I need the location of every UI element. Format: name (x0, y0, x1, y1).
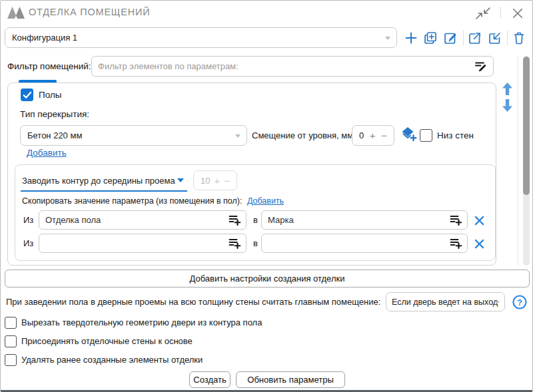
plus-icon (404, 31, 418, 45)
floor-type-label: Тип перекрытия: (20, 109, 89, 119)
add-floor-type-button[interactable] (400, 126, 418, 143)
configuration-select-value: Конфигурация 1 (12, 33, 77, 43)
list-plus-icon (228, 237, 243, 250)
svg-text:?: ? (517, 297, 522, 307)
list-plus-icon (449, 237, 464, 250)
export-configurations-button[interactable] (467, 31, 483, 45)
titlebar-divider (500, 7, 501, 19)
export-icon (468, 31, 482, 45)
help-icon: ? (512, 294, 528, 310)
contour-amount-value: 10 (201, 176, 210, 186)
door-rule-select-value: Если дверь ведет на выход (392, 297, 498, 307)
chevron-down-icon (235, 134, 241, 138)
select-underline (21, 190, 187, 192)
configuration-select[interactable]: Конфигурация 1 (5, 27, 397, 48)
close-button[interactable] (510, 7, 526, 19)
list-plus-icon (449, 214, 464, 227)
door-rule-select[interactable]: Если дверь ведет на выход (386, 292, 505, 311)
spinner-increment-button: + (214, 176, 220, 186)
move-up-button[interactable] (501, 81, 514, 96)
remove-x-icon (474, 215, 485, 226)
import-icon (488, 31, 502, 45)
create-button[interactable]: Создать (189, 371, 231, 388)
add-configuration-button[interactable] (403, 31, 419, 45)
add-finishing-settings-button[interactable]: Добавить настройки создания отделки (5, 270, 530, 288)
walls-bottom-checkbox[interactable] (420, 129, 432, 142)
add-floor-type-link[interactable]: Добавить (27, 148, 67, 158)
layers-plus-icon (400, 126, 418, 142)
join-finishing-walls-checkbox[interactable] (5, 335, 17, 347)
spinner-decrement-button: − (224, 176, 230, 186)
duplicate-icon (423, 31, 438, 45)
floor-type-select-value: Бетон 220 мм (27, 130, 82, 140)
list-plus-icon (228, 214, 243, 227)
offset-spinner: 0 + − (352, 125, 394, 146)
remove-mapping-button[interactable] (473, 238, 485, 250)
floor-type-select[interactable]: Бетон 220 мм (20, 125, 247, 146)
contour-panel: Заводить контур до середины проема 10 + … (15, 164, 496, 261)
check-icon (22, 90, 33, 100)
edit-filter-button[interactable] (472, 59, 490, 74)
update-parameters-button[interactable]: Обновить параметры (236, 371, 345, 388)
offset-value: 0 (359, 130, 364, 140)
delete-previous-elements-checkbox[interactable] (5, 354, 17, 366)
remove-x-icon (474, 238, 485, 250)
chevron-down-icon (494, 301, 500, 304)
chevron-down-icon (177, 178, 184, 182)
join-finishing-walls-label: Присоединять отделочные стены к основе (21, 335, 193, 347)
floors-panel: Полы Тип перекрытия: Бетон 220 мм Смещен… (7, 83, 496, 266)
rename-configuration-button[interactable] (442, 31, 458, 45)
door-rule-label: При заведении пола в дверные проемы на в… (6, 292, 380, 311)
spinner-increment-button[interactable]: + (370, 130, 376, 140)
cut-door-geometry-label: Вырезать твердотельную геометрию двери и… (21, 317, 262, 329)
offset-label: Смещение от уровня, мм: (252, 125, 356, 146)
parameter-filter-input[interactable] (91, 56, 494, 77)
to-parameter-input[interactable] (261, 210, 468, 230)
scrollbar-thumb[interactable] (523, 57, 530, 195)
duplicate-configuration-button[interactable] (422, 31, 438, 45)
toolbar-divider (507, 31, 508, 45)
edit-icon (443, 31, 458, 45)
contour-mode-select-value: Заводить контур до середины проема (22, 176, 175, 186)
move-down-button[interactable] (501, 98, 514, 112)
toolbar-divider (463, 31, 464, 45)
floors-checkbox[interactable] (21, 89, 33, 101)
to-parameter-input[interactable] (261, 234, 468, 253)
delete-configuration-button[interactable] (511, 31, 527, 45)
page-title: ОТДЕЛКА ПОМЕЩЕНИЙ (29, 1, 150, 23)
window: ОТДЕЛКА ПОМЕЩЕНИЙ Конфигурация 1 (0, 0, 533, 392)
viewport-divider (518, 56, 518, 266)
remove-mapping-button[interactable] (473, 214, 485, 226)
trash-icon (512, 31, 526, 45)
floors-checkbox-label: Полы (39, 89, 62, 101)
app-logo-icon (7, 5, 25, 23)
copy-parameter-add-link[interactable]: Добавить (247, 196, 284, 206)
from-parameter-input[interactable] (39, 234, 247, 253)
to-label: в (253, 210, 258, 230)
from-parameter-input[interactable] (39, 210, 247, 230)
arrow-up-icon (502, 82, 513, 96)
room-filter-label: Фильтр помещений: (7, 56, 91, 77)
collapse-arrows-icon (475, 7, 491, 20)
from-parameter-select-button[interactable] (227, 213, 243, 227)
list-edit-icon (474, 59, 488, 74)
close-icon (512, 7, 524, 19)
to-parameter-select-button[interactable] (448, 236, 464, 250)
walls-bottom-checkbox-label: Низ стен (437, 129, 474, 142)
help-button[interactable]: ? (511, 294, 528, 310)
contour-mode-select[interactable]: Заводить контур до середины проема (22, 170, 175, 190)
to-label: в (253, 234, 258, 253)
copy-parameter-label: Скопировать значение параметра (из помещ… (22, 196, 242, 206)
arrow-down-icon (502, 98, 513, 112)
chevron-down-icon (385, 37, 390, 40)
spinner-decrement-button[interactable]: − (381, 130, 387, 140)
from-label: Из (23, 210, 33, 230)
contour-amount-spinner: 10 + − (193, 170, 237, 190)
collapse-button[interactable] (474, 7, 492, 20)
to-parameter-select-button[interactable] (448, 213, 464, 227)
import-configurations-button[interactable] (487, 31, 503, 45)
cut-door-geometry-checkbox[interactable] (5, 317, 17, 329)
from-label: Из (23, 234, 33, 253)
from-parameter-select-button[interactable] (227, 236, 243, 250)
delete-previous-elements-label: Удалять ранее созданные элементы отделки (21, 354, 203, 366)
